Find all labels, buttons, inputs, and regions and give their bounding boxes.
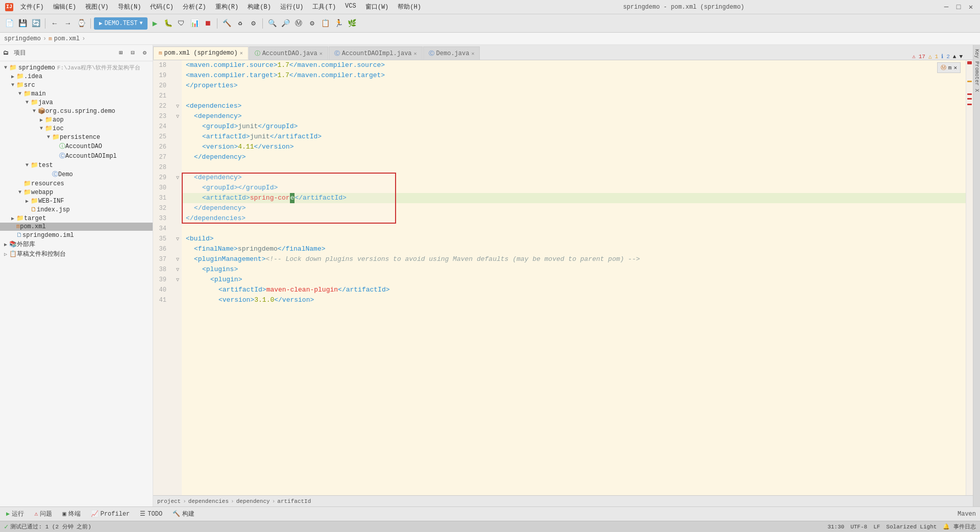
menu-analyze[interactable]: 分析(Z)	[179, 2, 210, 12]
nav-up-btn[interactable]: ▲	[953, 54, 957, 60]
tab-close-demo[interactable]: ✕	[471, 51, 474, 57]
tree-external-libs[interactable]: ▶ 📚 外部库	[0, 239, 153, 249]
rebuild-icon[interactable]: ♻	[234, 17, 246, 30]
run-btn[interactable]: ▶ 运行	[4, 509, 26, 519]
menu-tools[interactable]: 工具(T)	[308, 2, 340, 12]
tree-accountdao[interactable]: ⓘ AccountDAO	[0, 141, 153, 151]
line-separator-indicator[interactable]: LF	[873, 524, 880, 530]
recent-icon[interactable]: ⌚	[75, 17, 87, 30]
forward-icon[interactable]: →	[62, 17, 74, 30]
menu-navigate[interactable]: 导航(N)	[114, 2, 145, 12]
menu-edit[interactable]: 编辑(E)	[49, 2, 81, 12]
back-icon[interactable]: ←	[48, 17, 61, 30]
sidebar-toolbar: 🗂 项目 ⊞ ⊟ ⚙	[0, 45, 153, 61]
encoding-indicator[interactable]: UTF-8	[850, 524, 867, 530]
menu-window[interactable]: 窗口(W)	[361, 2, 393, 12]
coverage-button[interactable]: 🛡	[175, 17, 187, 30]
tab-close-accountdaoimpl[interactable]: ✕	[414, 51, 417, 57]
tab-pomxml[interactable]: m pom.xml (springdemo) ✕	[153, 46, 249, 60]
settings-icon[interactable]: ⚙	[306, 17, 318, 30]
bc-dependencies[interactable]: dependencies	[188, 498, 229, 504]
tab-close-accountdao[interactable]: ✕	[320, 51, 323, 57]
new-file-icon[interactable]: 📄	[3, 17, 15, 30]
tree-ioc[interactable]: ▼ 📁 ioc	[0, 124, 153, 133]
profile-button[interactable]: 📊	[188, 17, 201, 30]
run-button[interactable]: ▶	[149, 17, 161, 30]
tree-test[interactable]: ▼ 📁 test	[0, 161, 153, 170]
run-configuration[interactable]: ▶ DEMO.TEST ▼	[94, 17, 148, 30]
find-action-icon[interactable]: 🔎	[279, 17, 291, 30]
key-promoter-panel[interactable]: Key Promoter X	[973, 45, 980, 506]
event-log-btn[interactable]: 🔔 事件日志	[943, 523, 976, 530]
maven-indicator-close[interactable]: ✕	[953, 64, 957, 71]
gutter-19	[174, 70, 182, 81]
debug-button[interactable]: 🐛	[162, 17, 174, 30]
sidebar-settings-icon[interactable]: ⚙	[140, 48, 150, 58]
tab-demo[interactable]: Ⓒ Demo.java ✕	[423, 46, 480, 60]
tree-aop[interactable]: ▶ 📁 aop	[0, 115, 153, 124]
menu-code[interactable]: 代码(C)	[146, 2, 178, 12]
tree-root[interactable]: ▼ 📁 springdemo F:\Java程序\软件开发架构平台	[0, 63, 153, 72]
maven-icon[interactable]: Ⓜ	[292, 17, 305, 30]
tab-accountdao[interactable]: ⓘ AccountDAO.java ✕	[249, 46, 328, 60]
toolbar-icon-1[interactable]: 📋	[319, 17, 331, 30]
tree-webapp[interactable]: ▼ 📁 webapp	[0, 188, 153, 197]
search-everywhere-icon[interactable]: 🔍	[266, 17, 278, 30]
tab-accountdaoimpl[interactable]: Ⓒ AccountDAOImpl.java ✕	[329, 46, 423, 60]
maven-side-label[interactable]: Maven	[958, 511, 976, 518]
maven-indicator-icon: Ⓜ	[941, 64, 946, 71]
stop-button[interactable]: ⏹	[202, 17, 214, 30]
tree-pomxml[interactable]: m pom.xml	[0, 223, 153, 231]
menu-help[interactable]: 帮助(H)	[394, 2, 425, 12]
position-indicator[interactable]: 31:30	[827, 524, 844, 530]
tree-demo[interactable]: Ⓒ Demo	[0, 170, 153, 179]
sync-icon[interactable]: 🔄	[30, 17, 42, 30]
menu-build[interactable]: 构建(B)	[243, 2, 275, 12]
tree-persistence[interactable]: ▼ 📁 persistence	[0, 133, 153, 141]
breadcrumb-file[interactable]: pom.xml	[54, 35, 80, 42]
todo-btn[interactable]: ☰ TODO	[138, 509, 164, 519]
profiler-btn[interactable]: 📈 Profiler	[89, 509, 132, 519]
tree-package[interactable]: ▼ 📦 org.csu.spring.demo	[0, 107, 153, 115]
menu-view[interactable]: 视图(V)	[81, 2, 113, 12]
save-icon[interactable]: 💾	[16, 17, 29, 30]
menu-refactor[interactable]: 重构(R)	[211, 2, 243, 12]
tree-imlfile[interactable]: 🗋 springdemo.iml	[0, 231, 153, 239]
tree-idea[interactable]: ▶ 📁 .idea	[0, 72, 153, 81]
terminal-btn[interactable]: ▣ 终端	[60, 509, 82, 519]
tree-accountdaoimpl[interactable]: Ⓒ AccountDAOImpl	[0, 151, 153, 161]
bc-dependency[interactable]: dependency	[236, 498, 270, 504]
menu-run[interactable]: 运行(U)	[276, 2, 308, 12]
problem-btn[interactable]: ⚠ 问题	[32, 509, 54, 519]
tree-src[interactable]: ▼ 📁 src	[0, 81, 153, 89]
folder-icon-aop: 📁	[45, 116, 53, 124]
sidebar-collapse-btn[interactable]: ⊟	[128, 48, 138, 58]
tree-java[interactable]: ▼ 📁 java	[0, 98, 153, 107]
build-btn[interactable]: 🔨 构建	[170, 509, 197, 519]
bc-artifactid[interactable]: artifactId	[277, 498, 311, 504]
bc-sep-1: ›	[183, 498, 186, 504]
toolbar-icon-3[interactable]: 🌿	[346, 17, 358, 30]
menu-file[interactable]: 文件(F)	[16, 2, 48, 12]
minimize-button[interactable]: ─	[942, 3, 950, 11]
bc-project[interactable]: project	[157, 498, 181, 504]
code-editor[interactable]: 18 19 20 21 22 23 24 25 26 27 28 29 30 3…	[153, 60, 973, 495]
theme-indicator[interactable]: Solarized Light	[886, 524, 937, 530]
build-project-icon[interactable]: 🔨	[220, 17, 233, 30]
tree-indexjsp[interactable]: 🗋 index.jsp	[0, 205, 153, 214]
build-all-icon[interactable]: ⚙	[247, 17, 259, 30]
toolbar-icon-2[interactable]: 🏃	[332, 17, 345, 30]
tree-main[interactable]: ▼ 📁 main	[0, 89, 153, 98]
close-button[interactable]: ✕	[967, 3, 975, 11]
maximize-button[interactable]: □	[954, 3, 963, 11]
tree-scratches[interactable]: ▷ 📋 草稿文件和控制台	[0, 249, 153, 259]
sidebar-expand-btn[interactable]: ⊞	[116, 48, 126, 58]
tab-close-pomxml[interactable]: ✕	[240, 50, 243, 56]
tree-resources[interactable]: 📁 resources	[0, 179, 153, 188]
tree-webinf[interactable]: ▶ 📁 WEB-INF	[0, 197, 153, 205]
menu-vcs[interactable]: VCS	[341, 2, 360, 12]
tree-target[interactable]: ▶ 📁 target	[0, 214, 153, 223]
nav-down-btn[interactable]: ▼	[959, 54, 963, 60]
breadcrumb-project[interactable]: springdemo	[4, 35, 41, 42]
code-area[interactable]: <maven.compiler.source>1.7</maven.compil…	[182, 60, 966, 495]
